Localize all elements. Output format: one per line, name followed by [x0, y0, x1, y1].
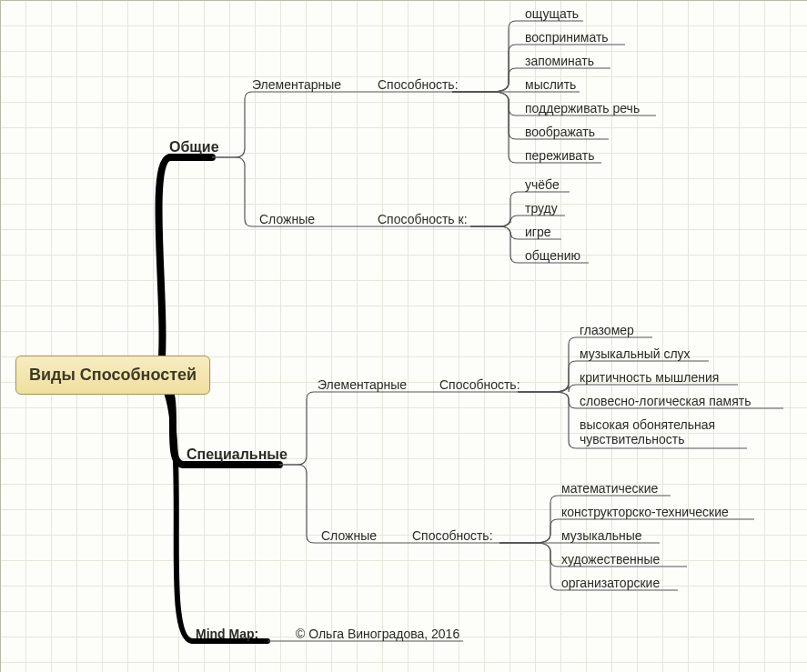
- mindmap-connectors: [1, 1, 807, 672]
- node-general-complex-ability: Способность к:: [378, 212, 468, 226]
- leaf-general-comp-4: общению: [525, 248, 580, 263]
- leaf-special-comp-3: музыкальные: [561, 528, 642, 543]
- leaf-special-elem-5: высокая обонятельная чувствительность: [580, 417, 762, 446]
- leaf-general-elem-1: ощущать: [525, 6, 579, 21]
- leaf-special-comp-5: организаторские: [561, 576, 660, 590]
- branch-general: Общие: [169, 139, 219, 155]
- node-special-elementary: Элементарные: [318, 377, 407, 392]
- leaf-special-elem-2: музыкальный слух: [580, 346, 691, 361]
- leaf-general-elem-4: мыслить: [525, 77, 576, 92]
- leaf-special-elem-4: словесно-логическая память: [580, 394, 751, 408]
- root-node: Виды Способностей: [15, 356, 210, 395]
- node-general-elementary: Элементарные: [252, 77, 341, 92]
- leaf-general-comp-1: учёбе: [525, 177, 560, 192]
- leaf-special-comp-4: художественные: [561, 552, 660, 567]
- node-special-complex: Сложные: [321, 528, 377, 543]
- branch-special: Специальные: [187, 446, 287, 463]
- node-special-elementary-ability: Способность:: [439, 377, 520, 392]
- leaf-special-comp-1: математические: [561, 481, 658, 496]
- node-general-complex: Сложные: [259, 212, 315, 226]
- leaf-general-elem-7: переживать: [525, 148, 594, 163]
- node-credit: © Ольга Виноградова, 2016: [296, 627, 459, 641]
- node-special-complex-ability: Способность:: [412, 528, 493, 543]
- leaf-general-comp-3: игре: [525, 225, 551, 239]
- leaf-special-elem-3: критичность мышления: [580, 370, 719, 385]
- leaf-general-elem-5: поддерживать речь: [525, 101, 640, 115]
- node-general-elementary-ability: Способность:: [378, 77, 459, 92]
- leaf-general-elem-6: воображать: [525, 125, 595, 139]
- leaf-general-elem-2: воспринимать: [525, 30, 609, 45]
- branch-mindmap: Mind Map:: [196, 627, 258, 641]
- leaf-general-comp-2: труду: [525, 201, 558, 216]
- leaf-special-comp-2: конструкторско-технические: [561, 505, 729, 519]
- leaf-general-elem-3: запоминать: [525, 54, 594, 68]
- leaf-special-elem-1: глазомер: [580, 323, 634, 337]
